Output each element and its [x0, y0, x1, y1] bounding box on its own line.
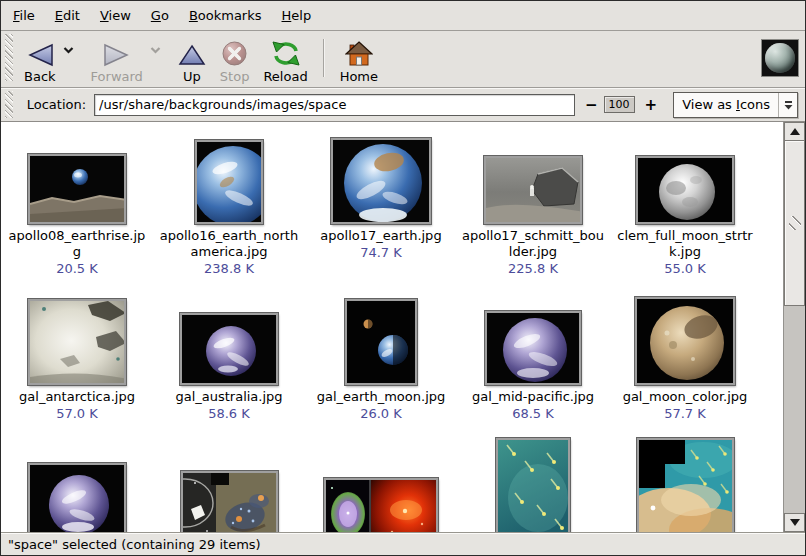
- file-icon-gal-moon-color[interactable]: gal_moon_color.jpg 57.7 K: [609, 293, 761, 422]
- thumbnail-earthrise: [28, 154, 126, 224]
- thumbnail-gray-moon: [636, 156, 734, 224]
- back-arrow-icon: [26, 43, 54, 67]
- status-bar: "space" selected (containing 29 items): [1, 532, 805, 555]
- zoom-out-button[interactable]: −: [581, 96, 602, 114]
- thumbnail-earth-and-moon: [345, 299, 417, 385]
- zoom-level-indicator: 100: [604, 96, 635, 113]
- scrollbar-thumb-grip: [789, 216, 801, 230]
- location-label: Location:: [27, 97, 86, 112]
- file-icon-partial-4[interactable]: [457, 438, 609, 532]
- file-icon-apollo17-earth[interactable]: apollo17_earth.jpg 74.7 K: [305, 134, 457, 277]
- dropdown-arrow-icon: [784, 100, 793, 110]
- view-as-text: View as: [682, 97, 736, 112]
- thumbnail-earth-portrait: [195, 140, 263, 224]
- scroll-up-button[interactable]: [784, 122, 805, 141]
- file-icon-partial-2[interactable]: [153, 438, 305, 532]
- nautilus-throbber-icon: [761, 39, 799, 77]
- menu-help[interactable]: Help: [280, 5, 314, 26]
- view-as-dropdown-arrow[interactable]: [779, 93, 797, 117]
- forward-arrow-icon: [103, 43, 131, 67]
- up-button[interactable]: Up: [171, 43, 213, 84]
- scroll-up-arrow-icon: [790, 127, 800, 136]
- toolbar: Back Forward Up Stop: [1, 31, 805, 88]
- thumbnail-nebula-composite: [324, 478, 438, 532]
- vertical-scrollbar: [783, 122, 805, 532]
- scroll-down-arrow-icon: [790, 518, 800, 527]
- view-as-selector[interactable]: View as Icons: [673, 92, 798, 118]
- chevron-down-icon: [63, 46, 74, 54]
- status-text: "space" selected (containing 29 items): [8, 537, 261, 552]
- forward-history-dropdown[interactable]: [150, 42, 161, 57]
- menu-view[interactable]: View: [98, 5, 133, 26]
- menu-bar: File Edit View Go Bookmarks Help: [1, 1, 805, 31]
- file-icon-gal-earth-moon[interactable]: gal_earth_moon.jpg 26.0 K: [305, 293, 457, 422]
- file-icon-apollo16-earth[interactable]: apollo16_earth_northamerica.jpg 238.8 K: [153, 134, 305, 277]
- scrollbar-thumb[interactable]: [784, 141, 805, 306]
- menu-edit[interactable]: Edit: [53, 5, 82, 26]
- menu-bookmarks[interactable]: Bookmarks: [187, 5, 264, 26]
- file-icon-partial-5[interactable]: [609, 438, 761, 532]
- menu-go[interactable]: Go: [149, 5, 171, 26]
- back-button[interactable]: Back: [17, 43, 63, 84]
- file-icon-gal-antarctica[interactable]: gal_antarctica.jpg 57.0 K: [1, 293, 153, 422]
- zoom-in-button[interactable]: +: [641, 96, 662, 114]
- reload-button[interactable]: Reload: [256, 40, 314, 84]
- file-manager-window: File Edit View Go Bookmarks Help Back Fo…: [1, 1, 805, 555]
- home-icon: [345, 41, 373, 67]
- forward-button[interactable]: Forward: [84, 43, 150, 84]
- thumbnail-antarctica: [28, 299, 126, 385]
- chevron-down-icon: [150, 46, 161, 54]
- icon-view[interactable]: apollo08_earthrise.jpg 20.5 K apollo16_e…: [1, 122, 783, 532]
- file-icon-apollo08-earthrise[interactable]: apollo08_earthrise.jpg 20.5 K: [1, 134, 153, 277]
- file-icon-partial-3[interactable]: [305, 438, 457, 532]
- thumbnail-teal-starfield: [496, 438, 570, 532]
- home-button[interactable]: Home: [333, 41, 385, 84]
- toolbar-separator: [323, 39, 325, 77]
- thumbnail-blue-marble: [331, 138, 431, 224]
- thumbnail-moonscape-astronaut: [484, 156, 582, 224]
- thumbnail-tan-moon: [635, 297, 735, 385]
- thumbnail-earth-dark: [180, 313, 278, 385]
- toolbar-drag-handle[interactable]: [5, 34, 13, 81]
- menu-file[interactable]: File: [11, 5, 37, 26]
- file-icon-gal-mid-pacific[interactable]: gal_mid-pacific.jpg 68.5 K: [457, 293, 609, 422]
- thumbnail-purple-earth: [485, 311, 581, 385]
- file-icon-apollo17-schmitt[interactable]: apollo17_schmitt_boulder.jpg 225.8 K: [457, 134, 609, 277]
- file-icon-partial-1[interactable]: [1, 438, 153, 532]
- stop-button[interactable]: Stop: [213, 40, 257, 84]
- reload-icon: [271, 40, 301, 67]
- thumbnail-nebula-stairstep: [637, 438, 734, 532]
- scrollbar-trough[interactable]: [784, 306, 805, 513]
- scroll-down-button[interactable]: [784, 513, 805, 532]
- thumbnail-galaxy-pair: [181, 471, 278, 532]
- location-bar: Location: − 100 + View as Icons: [1, 88, 805, 122]
- location-input[interactable]: [94, 94, 575, 116]
- back-history-dropdown[interactable]: [63, 42, 74, 57]
- stop-icon: [221, 40, 248, 67]
- file-icon-clem-full-moon[interactable]: clem_full_moon_strtrk.jpg 55.0 K: [609, 134, 761, 277]
- up-arrow-icon: [178, 43, 206, 67]
- file-icon-gal-australia[interactable]: gal_australia.jpg 58.6 K: [153, 293, 305, 422]
- thumbnail-purple-earth-partial: [28, 463, 126, 532]
- location-bar-drag-handle[interactable]: [5, 91, 13, 118]
